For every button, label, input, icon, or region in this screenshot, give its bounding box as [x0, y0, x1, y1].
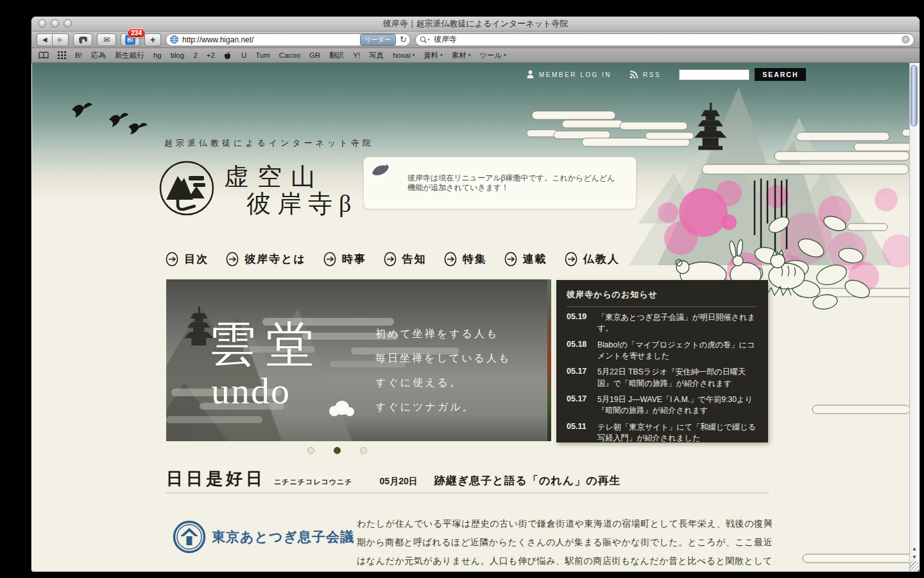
bookmark-item[interactable]: 素材 ▾ [452, 51, 471, 60]
bookmark-item[interactable]: ツール ▾ [479, 51, 506, 60]
bookmark-item[interactable] [224, 51, 232, 60]
slide-title-jp: 雲堂 [209, 313, 324, 377]
nav-item[interactable]: 仏教人 [565, 252, 620, 267]
slide-title-en: undo [211, 369, 291, 412]
browser-toolbar: ◀ ▶ ✉ B! 234 + http://www.higan.net/ リーダ… [31, 31, 920, 48]
hero-carousel[interactable]: 雲堂 undo 初めて坐禅をする人も毎日坐禅をしている人もすぐに使える。すぐにツ… [166, 279, 551, 441]
rss-link[interactable]: RSS [643, 71, 661, 78]
scrollbar-thumb[interactable] [911, 65, 918, 127]
bookmark-item[interactable]: hg [153, 51, 162, 59]
site-title-line2[interactable]: 彼岸寺β [246, 188, 357, 220]
bookmark-item[interactable]: 応為 [91, 51, 106, 60]
temple-logo-icon[interactable] [158, 160, 215, 216]
close-button[interactable] [38, 19, 46, 28]
toolbar-search-field[interactable]: 彼岸寺 × [415, 33, 914, 46]
dotted-divider [166, 493, 769, 493]
scroll-up-icon[interactable]: ▲ [910, 546, 919, 552]
news-text[interactable]: 5月19日 J—WAVE「I A.M.」で午前9:30より『暗闇の旅路』が紹介さ… [597, 394, 757, 417]
bookmark-item[interactable]: 新生銀行 [115, 51, 144, 60]
news-date: 05.19 [567, 312, 591, 335]
nav-item[interactable]: 連載 [504, 252, 547, 267]
minimize-button[interactable] [51, 19, 59, 28]
slide-copy-line: 毎日坐禅をしている人も [375, 346, 511, 371]
news-date: 05.11 [567, 422, 591, 444]
bookmark-item[interactable]: U [241, 51, 246, 59]
article-title[interactable]: 跡継ぎ息子と語る「のれん」の再生 [434, 473, 621, 488]
globe-favicon [170, 35, 178, 44]
news-text[interactable]: 5月22日 TBSラジオ『安住紳一郎の日曜天国』で「暗闇の旅路」が紹介されます [597, 367, 757, 389]
mail-button[interactable]: ✉ [97, 33, 116, 46]
search-query[interactable]: 彼岸寺 [434, 34, 457, 45]
slide-copy-line: 初めて坐禅をする人も [375, 322, 511, 346]
bookmark-item[interactable]: Y! [353, 51, 360, 59]
news-text[interactable]: Blabo!の「マイプロジェクトの虎の巻」にコメントを寄せました [597, 340, 757, 362]
bookmark-item[interactable]: Tum [255, 51, 270, 59]
bookmark-item[interactable]: B! [75, 51, 82, 59]
member-login-link[interactable]: MEMBER LOG IN [539, 71, 612, 78]
carousel-dot[interactable] [360, 447, 367, 454]
news-item[interactable]: 05.19 「東京あとつぎ息子会議」が明日開催されます。 [567, 312, 757, 335]
unread-badge: 234 [127, 28, 146, 38]
bookmarks-book-icon[interactable] [38, 51, 49, 59]
site-search-input[interactable] [679, 69, 749, 80]
bookmark-list: B! 応為 新生銀行 hg blog [75, 51, 506, 60]
bookmark-item[interactable]: GR [309, 51, 320, 59]
evernote-button[interactable] [73, 33, 92, 46]
carousel-dots [307, 447, 367, 454]
news-divider [567, 306, 757, 307]
reload-icon[interactable]: ↻ [400, 35, 407, 44]
article-date: 05月20日 [380, 476, 418, 487]
nav-item[interactable]: 目次 [166, 252, 209, 267]
news-item[interactable]: 05.17 5月22日 TBSラジオ『安住紳一郎の日曜天国』で「暗闇の旅路」が紹… [567, 367, 757, 389]
window-titlebar[interactable]: 彼岸寺｜超宗派仏教徒によるインターネット寺院 [31, 17, 920, 31]
bookmark-item[interactable]: +2 [207, 51, 215, 59]
bookmark-item[interactable]: Cacoo [279, 51, 300, 59]
forward-button[interactable]: ▶ [53, 33, 69, 46]
carousel-dot[interactable] [334, 447, 341, 454]
nav-item[interactable]: 彼岸寺とは [226, 252, 306, 267]
author-logo[interactable]: 東京あとつぎ息子会議 [173, 520, 354, 554]
news-date: 05.17 [567, 367, 591, 389]
nav-item[interactable]: 特集 [444, 252, 487, 267]
bookmark-item[interactable]: 写真 [369, 51, 384, 60]
news-item[interactable]: 05.18 Blabo!の「マイプロジェクトの虎の巻」にコメントを寄せました [567, 340, 757, 362]
url-text[interactable]: http://www.higan.net/ [182, 35, 253, 44]
news-text[interactable]: テレ朝「東京サイト」にて「和綴じで綴じる写経入門」が紹介されました [597, 422, 757, 444]
nav-item[interactable]: 時事 [323, 252, 366, 267]
news-text[interactable]: 「東京あとつぎ息子会議」が明日開催されます。 [597, 312, 757, 335]
carousel-dot[interactable] [307, 447, 314, 454]
article-header: 日日是好日 ニチニチコレコウニチ 05月20日 跡継ぎ息子と語る「のれん」の再生 [166, 468, 621, 490]
zoom-button[interactable] [64, 19, 72, 28]
bookmark-item[interactable]: hoxai ▾ [393, 51, 415, 59]
site-search-button[interactable]: SEARCH [755, 68, 806, 81]
site-tagline: 超宗派仏教徒によるインターネット寺院 [164, 137, 374, 149]
news-item[interactable]: 05.17 5月19日 J—WAVE「I A.M.」で午前9:30より『暗闇の旅… [567, 394, 757, 417]
browser-window: 彼岸寺｜超宗派仏教徒によるインターネット寺院 ◀ ▶ ✉ B! 234 + [31, 16, 920, 572]
circle-arrow-icon [226, 252, 239, 267]
address-bar[interactable]: http://www.higan.net/ リーダー ↻ [166, 33, 411, 46]
section-title[interactable]: 日日是好日 [166, 468, 266, 490]
author-name[interactable]: 東京あとつぎ息子会議 [212, 528, 354, 546]
bookmark-item[interactable]: blog [171, 51, 185, 59]
nav-item[interactable]: 告知 [384, 252, 427, 267]
bookmarks-bar: B! 応為 新生銀行 hg blog [31, 48, 920, 63]
news-date: 05.18 [567, 340, 591, 362]
header-utility: MEMBER LOG IN RSS SEARCH [527, 68, 806, 81]
clear-search-icon[interactable]: × [902, 35, 910, 44]
reader-button[interactable]: リーダー [360, 34, 396, 46]
top-sites-grid-icon[interactable] [58, 51, 66, 59]
slide-copy: 初めて坐禅をする人も毎日坐禅をしている人もすぐに使える。すぐにツナガル。 [375, 322, 511, 419]
member-icon [527, 70, 534, 79]
article-body: わたしが住んでいる平塚は歴史の古い街で鎌倉街道や東海道の宿場町として長年栄え、戦… [357, 514, 773, 571]
new-tab-button[interactable]: + [144, 33, 161, 46]
circle-arrow-icon [323, 252, 336, 267]
bookmark-item[interactable]: 翻訳 [329, 51, 344, 60]
resize-grip[interactable] [909, 561, 919, 571]
circle-arrow-icon [565, 252, 578, 267]
scroll-down-icon[interactable]: ▼ [910, 554, 919, 560]
news-item[interactable]: 05.11 テレ朝「東京サイト」にて「和綴じで綴じる写経入門」が紹介されました [567, 422, 757, 444]
bookmark-item[interactable]: 2 [193, 51, 197, 59]
back-button[interactable]: ◀ [37, 33, 53, 46]
bookmark-item[interactable]: 資料 ▾ [424, 51, 443, 60]
mail-icon: ✉ [103, 35, 110, 44]
